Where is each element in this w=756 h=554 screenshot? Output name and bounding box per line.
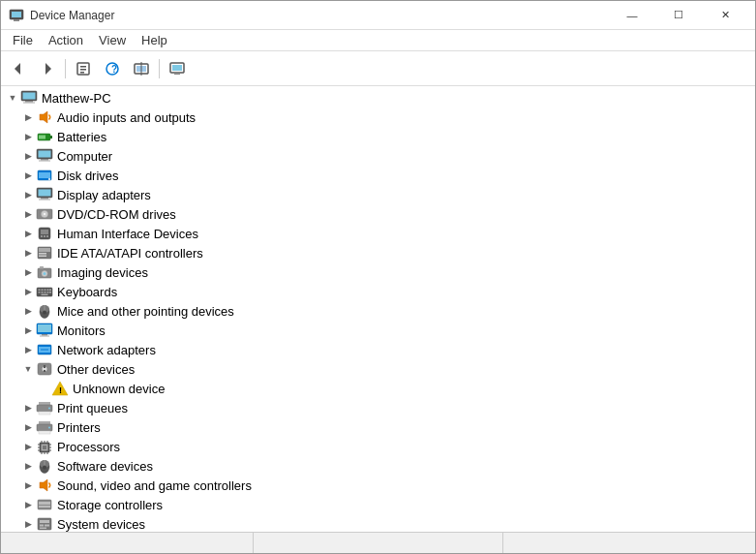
software-expander[interactable]: ▶ [20,458,36,474]
imaging-icon [36,264,53,280]
tree-item-processors[interactable]: ▶ [1,437,755,456]
menu-action[interactable]: Action [41,31,91,49]
sound-expander[interactable]: ▶ [20,477,36,493]
other-expander[interactable]: ▼ [20,361,36,377]
svg-rect-110 [39,502,50,505]
ide-label: IDE ATA/ATAPI controllers [57,246,203,261]
batteries-label: Batteries [57,130,106,144]
monitors-label: Monitors [57,323,106,338]
svg-rect-7 [80,69,86,71]
update-button[interactable]: ? [99,55,126,82]
network-expander[interactable]: ▶ [20,342,36,357]
svg-rect-87 [39,431,50,434]
dvd-label: DVD/CD-ROM drives [57,207,176,222]
tree-item-printqueues[interactable]: ▶ Print queues [1,398,755,417]
keyboard-label: Keyboards [57,285,117,299]
tree-item-computer[interactable]: ▶ Computer [1,146,755,166]
tree-item-software[interactable]: ▶ Software devices [1,456,755,476]
monitors-expander[interactable]: ▶ [20,323,36,338]
tree-item-imaging[interactable]: ▶ Imaging devices [1,262,755,282]
tree-item-hid[interactable]: ▶ Human Interface Devices [1,224,755,243]
imaging-label: Imaging devices [57,265,148,280]
keyboard-expander[interactable]: ▶ [20,284,36,299]
svg-text:?: ? [111,64,117,75]
display-button[interactable] [164,55,191,82]
tree-item-batteries[interactable]: ▶ Batteries [1,127,755,146]
svg-point-31 [48,178,50,180]
svg-point-67 [43,311,46,315]
svg-rect-6 [80,66,86,68]
tree-item-unknown[interactable]: ! Unknown device [1,379,755,398]
svg-rect-115 [45,525,49,527]
sound-icon [36,477,53,493]
dvd-expander[interactable]: ▶ [20,206,36,222]
svg-rect-113 [40,520,49,523]
printers-expander[interactable]: ▶ [20,419,36,435]
tree-item-storage[interactable]: ▶ Storage controllers [1,495,755,514]
audio-expander[interactable]: ▶ [20,109,36,125]
tree-item-audio[interactable]: ▶ Audio inputs and outputs [1,108,755,127]
menu-help[interactable]: Help [134,31,175,49]
svg-rect-19 [25,101,33,103]
tree-item-sound[interactable]: ▶ Sound, video and game controllers [1,476,755,495]
svg-rect-81 [39,402,50,405]
tree-item-network[interactable]: ▶ Network adapters [1,340,755,359]
update-icon: ? [105,61,120,77]
computer-icon [36,148,53,164]
hid-expander[interactable]: ▶ [20,226,36,241]
forward-button[interactable] [34,55,61,82]
tree-item-dvd[interactable]: ▶ DVD/CD-ROM drives [1,204,755,224]
toolbar: ? [1,51,755,86]
svg-rect-46 [39,253,46,255]
back-button[interactable] [5,55,32,82]
tree-item-mice[interactable]: ▶ Mice and other pointing devices [1,301,755,321]
tree-item-ide[interactable]: ▶ IDE ATA/ATAPI controllers [1,243,755,262]
processors-label: Processors [57,440,120,454]
tree-item-printers[interactable]: ▶ Printers [1,417,755,437]
tree-item-other[interactable]: ▼ Other devices [1,359,755,379]
svg-rect-83 [39,412,50,415]
svg-point-84 [48,408,50,410]
close-button[interactable]: ✕ [703,1,747,30]
scan-button[interactable] [128,55,155,82]
printqueues-expander[interactable]: ▶ [20,400,36,416]
svg-point-38 [44,213,45,215]
tree-view[interactable]: ▼ Matthew-PC ▶ [1,86,755,532]
svg-rect-62 [49,292,51,293]
tree-item-monitors[interactable]: ▶ Monitors [1,321,755,340]
software-icon [36,458,53,474]
processors-expander[interactable]: ▶ [20,439,36,454]
printqueues-label: Print queues [57,401,128,416]
tree-root[interactable]: ▼ Matthew-PC [1,88,755,108]
svg-rect-23 [50,136,52,138]
properties-button[interactable] [70,55,97,82]
root-expander[interactable]: ▼ [5,90,20,106]
mice-expander[interactable]: ▶ [20,303,36,319]
svg-rect-47 [39,256,46,258]
svg-rect-55 [45,290,46,292]
menu-view[interactable]: View [91,31,134,49]
dvd-icon [36,206,53,222]
tree-item-system[interactable]: ▶ System devices [1,514,755,532]
tree-item-keyboard[interactable]: ▶ [1,282,755,301]
title-left: Device Manager [9,8,114,23]
tree-item-disk[interactable]: ▶ Disk drives [1,166,755,185]
computer-expander[interactable]: ▶ [20,148,36,164]
system-expander[interactable]: ▶ [20,516,36,532]
batteries-expander[interactable]: ▶ [20,129,36,144]
svg-rect-53 [39,290,41,292]
storage-expander[interactable]: ▶ [20,497,36,512]
svg-rect-114 [40,525,44,527]
monitors-icon [36,323,53,338]
tree-item-display[interactable]: ▶ Display adapters [1,185,755,204]
minimize-button[interactable]: — [610,1,654,30]
imaging-expander[interactable]: ▶ [20,264,36,280]
ide-expander[interactable]: ▶ [20,245,36,261]
disk-expander[interactable]: ▶ [20,168,36,183]
printers-label: Printers [57,420,101,435]
software-label: Software devices [57,459,153,474]
audio-icon [36,109,53,125]
menu-file[interactable]: File [5,31,41,49]
maximize-button[interactable]: ☐ [656,1,701,30]
display-expander[interactable]: ▶ [20,187,36,202]
